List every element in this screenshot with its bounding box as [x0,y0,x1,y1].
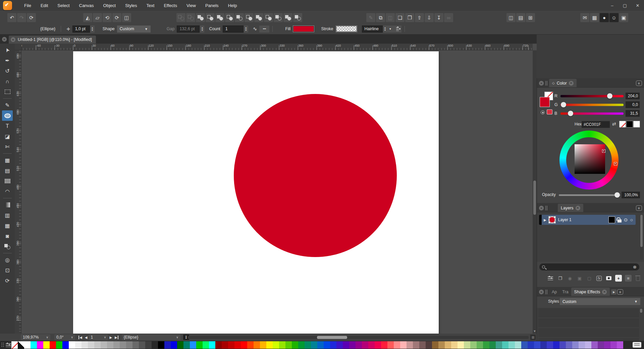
image-tool[interactable]: ▤ [2,165,13,176]
palette-swatch[interactable] [336,341,343,349]
panel-grip[interactable] [545,206,547,210]
merge-layers-button[interactable]: ◫ [386,13,395,22]
palette-swatch[interactable] [132,341,139,349]
effect-list-row[interactable] [538,328,639,338]
comment-bubble-icon[interactable] [633,342,641,348]
shape-select[interactable]: Custom▼ [117,26,151,33]
visibility-eye-icon[interactable]: ⊙ [624,217,628,222]
palette-swatch[interactable] [445,341,451,349]
stroke-dropdown-button[interactable]: ▼ [387,26,393,33]
palette-swatch[interactable] [349,341,356,349]
effect-list-row[interactable] [538,318,639,328]
palette-swatch[interactable] [394,341,400,349]
panel-close-icon[interactable]: ✕ [539,290,544,294]
fill-color-well[interactable] [540,97,550,107]
shape-effects-panel-tab[interactable]: Shape Effects ✕ [571,288,610,296]
palette-swatch[interactable] [502,341,508,349]
palette-swatch[interactable] [43,341,50,349]
palette-swatch[interactable] [534,341,540,349]
palette-swatch[interactable] [88,341,94,349]
layers-panel-tab[interactable]: Layers ✕ [558,204,583,212]
stroke-style-stepper[interactable]: ▲▼ [383,26,387,33]
boolean-intersect-button[interactable] [206,13,215,22]
channel-slider[interactable] [560,112,624,115]
menu-help[interactable]: Help [223,1,242,10]
link-button[interactable]: ∞ [444,13,453,22]
panel-close-icon[interactable]: ✕ [539,81,544,86]
layers-scrollbar-handle[interactable] [640,215,643,247]
boolean-union-button[interactable] [196,13,205,22]
menu-select[interactable]: Select [53,1,74,10]
layer-name[interactable]: Layer 1 [558,217,572,222]
tab-close-icon[interactable]: ✕ [11,37,15,42]
magnet-lasso-tool[interactable]: ∩ [2,76,13,87]
palette-swatch[interactable] [228,341,234,349]
palette-swatch[interactable] [164,341,171,349]
effects-scrollbar[interactable] [640,309,643,313]
palette-swatch[interactable] [553,341,559,349]
palette-swatch[interactable] [234,341,241,349]
palette-swatch[interactable] [458,341,464,349]
shear-button[interactable]: ▱ [93,13,102,22]
boolean-exclude-button[interactable] [245,13,254,22]
curve-icon[interactable]: ∿ [253,26,257,32]
palette-swatch[interactable] [158,341,164,349]
boolean-cutout-button[interactable] [293,13,302,22]
palette-swatch[interactable] [591,341,598,349]
layer-effects-button[interactable]: fx [596,275,602,282]
boolean-add-button[interactable] [225,13,234,22]
crop-tool[interactable]: ⊡ [2,265,13,276]
palette-swatch[interactable] [598,341,604,349]
unlock-icon[interactable] [618,219,622,222]
palette-swatch[interactable] [324,341,330,349]
layer-expander-icon[interactable]: ▶ [544,218,546,222]
horizontal-scrollbar-handle[interactable] [317,336,347,339]
mesh-pen-tool[interactable]: ▦ [2,155,13,165]
export-mail-button[interactable]: ✉ [580,13,589,22]
layer-thumbnail[interactable] [548,216,556,223]
pencil-tool[interactable]: ✎ [2,100,13,110]
channel-slider[interactable] [560,95,624,97]
palette-swatch[interactable] [559,341,566,349]
boolean-weld-outline-button[interactable] [186,13,195,22]
color-panel-tab[interactable]: ◇ Color ✕ [549,79,577,87]
canvas-viewport[interactable] [21,50,533,334]
palette-swatch[interactable] [617,341,623,349]
undo-button[interactable]: ↶ [7,13,16,22]
palette-swatch[interactable] [101,341,107,349]
palette-swatch[interactable] [432,341,438,349]
line-width-stepper[interactable]: ▲▼ [90,26,95,33]
saturation-square[interactable] [575,144,605,174]
clear-search-icon[interactable]: ⊗ [633,264,637,269]
black-swatch[interactable] [626,121,633,128]
palette-swatch[interactable] [215,341,222,349]
palette-swatch[interactable] [515,341,521,349]
notes-panel-button[interactable]: ▤ [516,13,525,22]
first-page-button[interactable]: ◀ [78,336,84,339]
boolean-outline-merge-button[interactable] [283,13,292,22]
palette-swatch[interactable] [183,341,190,349]
previous-page-button[interactable]: ◀ [84,336,89,339]
ruler-origin-corner[interactable] [15,44,21,50]
palette-swatch[interactable] [311,341,317,349]
panel-layout-button[interactable]: ◫ [506,13,516,22]
count-stepper[interactable]: ▲▼ [244,26,248,33]
palette-swatch[interactable] [254,341,260,349]
menu-file[interactable]: File [19,1,36,10]
layer-frame-button[interactable]: ▣ [576,275,583,282]
opacity-handle[interactable] [614,192,620,198]
bring-forward-button[interactable]: ❏ [395,13,405,22]
layer-search-input[interactable]: ⊗ [539,263,639,270]
new-layer-button[interactable]: + [615,275,622,282]
maximize-button[interactable]: ▢ [619,1,631,11]
mesh-distort-tool[interactable]: ▥ [2,210,13,220]
send-backward-button[interactable]: ❐ [405,13,414,22]
page-select[interactable]: 1∨ [89,334,108,340]
vignette-tool[interactable]: ◙ [2,231,13,241]
horizontal-scrollbar[interactable] [188,336,529,339]
palette-swatch[interactable] [190,341,196,349]
rotate-copy-button[interactable]: ⟳ [112,13,121,22]
active-color-chip[interactable] [547,109,552,114]
palette-swatch[interactable] [75,341,82,349]
palette-swatch[interactable] [62,341,69,349]
